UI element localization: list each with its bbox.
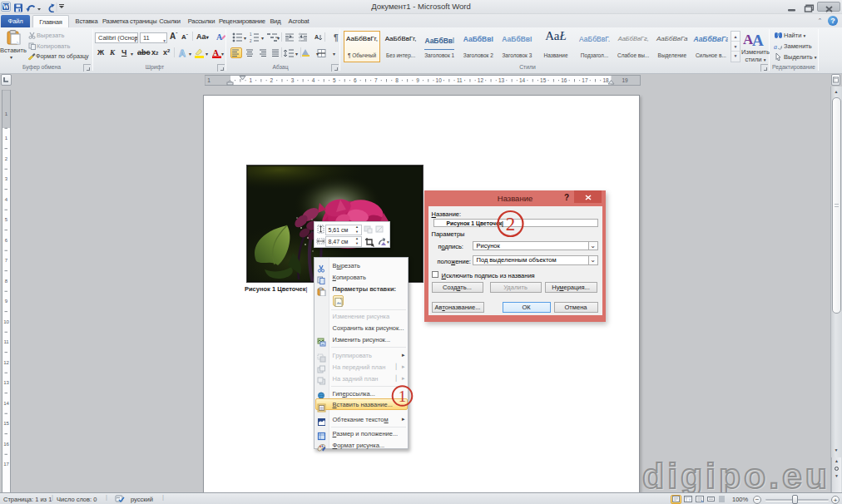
svg-text:3: 3 — [291, 77, 295, 83]
svg-text:6: 6 — [354, 77, 357, 83]
svg-text:¶: ¶ — [334, 33, 339, 42]
svg-text:2: 2 — [270, 77, 274, 83]
svg-text:10: 10 — [436, 77, 443, 83]
svg-text:2: 2 — [506, 214, 516, 235]
svg-text:А: А — [179, 48, 186, 58]
svg-text:10: 10 — [3, 319, 9, 324]
svg-text:1: 1 — [250, 32, 252, 37]
svg-text:9: 9 — [416, 77, 419, 83]
svg-text:А: А — [315, 34, 319, 40]
svg-text:1: 1 — [207, 77, 210, 83]
svg-text:А: А — [216, 32, 223, 42]
svg-text:11: 11 — [3, 339, 9, 344]
svg-text:2: 2 — [250, 39, 252, 43]
svg-text:15: 15 — [540, 77, 547, 83]
svg-text:8: 8 — [395, 77, 399, 83]
svg-text:14: 14 — [519, 77, 526, 83]
svg-text:17: 17 — [3, 462, 9, 467]
svg-text:4: 4 — [312, 77, 315, 83]
svg-text:16: 16 — [3, 442, 9, 447]
svg-text:17: 17 — [582, 77, 588, 83]
svg-text:digipo.eu: digipo.eu — [642, 459, 827, 492]
svg-text:1: 1 — [399, 388, 407, 405]
svg-text:13: 13 — [3, 380, 9, 385]
svg-text:1: 1 — [249, 77, 252, 83]
svg-text:12: 12 — [3, 360, 9, 365]
svg-text:19: 19 — [622, 77, 628, 83]
svg-text:7: 7 — [374, 77, 378, 83]
svg-text:А: А — [752, 32, 764, 47]
svg-text:15: 15 — [3, 421, 9, 426]
svg-text:12: 12 — [478, 77, 484, 83]
svg-text:А: А — [213, 48, 220, 57]
svg-text:16: 16 — [561, 77, 567, 83]
svg-text:a: a — [774, 43, 777, 50]
svg-text:13: 13 — [498, 77, 505, 83]
svg-text:18: 18 — [602, 77, 609, 83]
svg-text:5: 5 — [333, 77, 336, 83]
svg-text:14: 14 — [3, 401, 9, 406]
svg-text:11: 11 — [457, 77, 463, 83]
